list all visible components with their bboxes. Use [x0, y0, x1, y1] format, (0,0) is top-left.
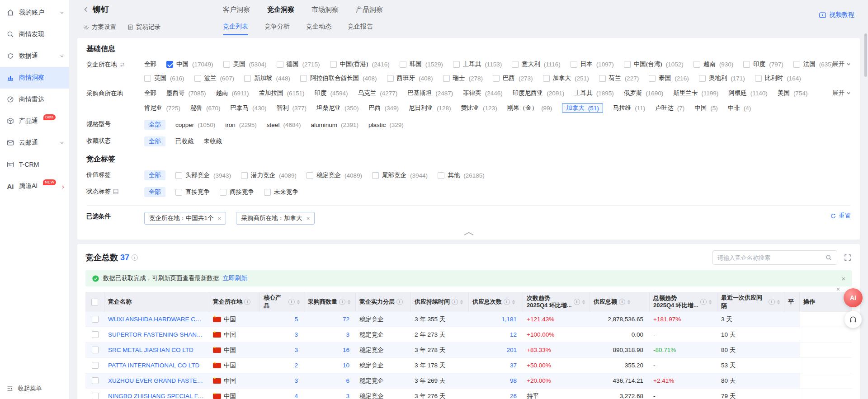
- filter-option[interactable]: 秘鲁 (670): [190, 104, 221, 112]
- filter-option[interactable]: 直接竞争: [175, 188, 210, 196]
- checkbox[interactable]: [743, 61, 750, 68]
- checkbox[interactable]: [693, 61, 700, 68]
- select-all-checkbox[interactable]: [91, 299, 98, 305]
- checkbox[interactable]: [387, 75, 394, 82]
- company-name-link[interactable]: PATTA INTERNATIONAL CO LTD: [108, 362, 199, 369]
- checkbox[interactable]: [400, 61, 406, 68]
- filter-all-option[interactable]: 全部: [144, 89, 156, 97]
- filter-all-option[interactable]: 全部: [144, 136, 165, 146]
- info-icon[interactable]: [132, 254, 138, 261]
- filter-option[interactable]: 泰国 (216): [649, 74, 689, 82]
- row-checkbox[interactable]: [92, 316, 99, 323]
- checkbox[interactable]: [244, 75, 251, 82]
- filter-option[interactable]: 阿拉伯联合酋长国 (408): [300, 74, 377, 82]
- filter-option[interactable]: 巴拿马 (430): [231, 104, 267, 112]
- filter-option[interactable]: 智利 (377): [277, 104, 307, 112]
- checkbox[interactable]: [175, 172, 182, 179]
- filter-option[interactable]: 其他 (26185): [438, 171, 485, 179]
- checkbox[interactable]: [493, 75, 500, 82]
- supply-times-link[interactable]: 1,181: [501, 316, 517, 323]
- supply-times-link[interactable]: 98: [510, 377, 517, 384]
- support-float-button[interactable]: [844, 311, 862, 328]
- filter-option[interactable]: 奥地利 (171): [699, 74, 745, 82]
- ai-assistant-float-button[interactable]: AI: [844, 288, 863, 307]
- sort-icon[interactable]: [347, 300, 351, 305]
- checkbox[interactable]: [755, 75, 762, 82]
- supply-times-link[interactable]: 37: [510, 362, 517, 369]
- back-icon[interactable]: [83, 6, 89, 13]
- filter-option[interactable]: 俄罗斯 (1690): [624, 89, 664, 97]
- buyer-count-link[interactable]: 6: [346, 377, 349, 384]
- row-checkbox[interactable]: [92, 377, 99, 384]
- expand-button[interactable]: 展开: [832, 60, 851, 68]
- filter-option[interactable]: 印度 (4594): [315, 89, 348, 97]
- remove-condition-icon[interactable]: [306, 215, 310, 222]
- filter-option[interactable]: 越南 (6911): [216, 89, 249, 97]
- checkbox[interactable]: [175, 189, 182, 196]
- sidebar-item-discovery[interactable]: 商情发现: [0, 23, 69, 45]
- supply-times-link[interactable]: 12: [510, 331, 517, 338]
- checkbox[interactable]: [194, 75, 201, 82]
- filter-option[interactable]: 赞比亚 (123): [461, 104, 497, 112]
- company-name-link[interactable]: SUPERTOR FASTENING SHANGHAI...: [108, 331, 206, 338]
- filter-option[interactable]: 西班牙 (408): [387, 74, 433, 82]
- checkbox[interactable]: [307, 172, 313, 179]
- checkbox[interactable]: [699, 75, 706, 82]
- checkbox[interactable]: [144, 75, 151, 82]
- filter-option[interactable]: iron (2295): [225, 122, 257, 128]
- filter-option[interactable]: 中国(台湾) (1052): [624, 60, 684, 68]
- core-product-count-link[interactable]: 3: [294, 347, 298, 353]
- filter-option[interactable]: 卢旺达 (7): [655, 104, 684, 112]
- row-checkbox[interactable]: [92, 331, 99, 338]
- filter-option[interactable]: 孟加拉国 (6151): [259, 89, 305, 97]
- sidebar-item-business-radar[interactable]: 商情雷达: [0, 89, 69, 110]
- company-name-link[interactable]: XUZHOU EVER GRAND FASTENERS...: [108, 377, 206, 384]
- checkbox[interactable]: [372, 172, 379, 179]
- core-product-count-link[interactable]: 5: [294, 316, 298, 323]
- info-icon[interactable]: [452, 299, 458, 305]
- refresh-now-link[interactable]: 立即刷新: [223, 274, 247, 282]
- sidebar-item-my-account[interactable]: 我的账户: [0, 2, 69, 23]
- checkbox[interactable]: [300, 75, 307, 82]
- filter-option[interactable]: 英国 (616): [144, 74, 184, 82]
- filter-option[interactable]: 刚果（金） (99): [507, 104, 552, 112]
- filter-option[interactable]: 越南 (930): [693, 60, 734, 68]
- company-name-link[interactable]: NINGBO ZHISHANG SPECIAL FAST...: [108, 393, 206, 399]
- filter-option[interactable]: 已收藏: [175, 137, 194, 146]
- info-icon[interactable]: [244, 299, 250, 305]
- filter-option[interactable]: 中国(香港) (2416): [330, 60, 390, 68]
- info-icon[interactable]: [700, 299, 707, 305]
- filter-option[interactable]: 潜力竞企 (4089): [241, 171, 297, 179]
- tab-customer-insight[interactable]: 客户洞察: [223, 5, 250, 14]
- sidebar-item-cloud-mail[interactable]: 云邮通: [0, 132, 69, 154]
- filter-option[interactable]: 乌克兰 (4277): [358, 89, 398, 97]
- fullscreen-icon[interactable]: [844, 253, 852, 262]
- filter-option[interactable]: 未来竞争: [264, 188, 298, 196]
- filter-option[interactable]: 土耳其 (1153): [453, 60, 502, 68]
- buyer-count-link[interactable]: 16: [343, 347, 349, 353]
- buyer-count-link[interactable]: 3: [346, 393, 349, 399]
- checkbox[interactable]: [166, 61, 173, 68]
- core-product-count-link[interactable]: 2: [294, 362, 298, 369]
- filter-option[interactable]: 墨西哥 (7085): [166, 89, 206, 97]
- video-tutorial-button[interactable]: 视频教程: [819, 11, 854, 19]
- filter-option[interactable]: 法国 (635): [793, 60, 834, 68]
- collapse-filter-control[interactable]: [86, 231, 851, 238]
- filter-option[interactable]: plastic (329): [368, 122, 404, 128]
- filter-option[interactable]: 菲律宾 (2446): [463, 89, 503, 97]
- tab-product-insight[interactable]: 产品洞察: [356, 5, 383, 14]
- checkbox[interactable]: [330, 61, 337, 68]
- collapse-menu-button[interactable]: 收起菜单: [6, 385, 42, 393]
- close-assistant-icon[interactable]: [836, 286, 840, 293]
- filter-option[interactable]: 意大利 (1116): [512, 60, 561, 68]
- filter-option[interactable]: 韩国 (1529): [400, 60, 443, 68]
- filter-option[interactable]: 德国 (2715): [277, 60, 320, 68]
- sort-icon[interactable]: [460, 300, 463, 305]
- checkbox[interactable]: [223, 61, 230, 68]
- sort-icon[interactable]: [582, 300, 585, 305]
- filter-option[interactable]: 加拿大 (51): [562, 103, 603, 113]
- selected-condition-chip[interactable]: 竞企所在地：中国共1个: [144, 212, 226, 225]
- checkbox[interactable]: [599, 75, 606, 82]
- sort-icon[interactable]: [627, 300, 631, 305]
- filter-option[interactable]: 斯里兰卡 (1199): [673, 89, 718, 97]
